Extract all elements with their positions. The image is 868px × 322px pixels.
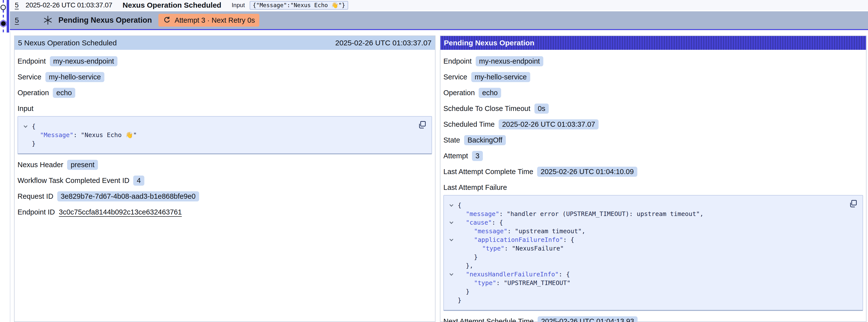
json-text: }: [458, 297, 461, 304]
json-line: "message": "upstream timeout",: [449, 227, 858, 235]
collapse-chevron-icon[interactable]: [450, 237, 454, 242]
field-label: Workflow Task Completed Event ID: [18, 176, 129, 185]
field-value-badge: 0s: [534, 103, 549, 114]
event-row-scheduled[interactable]: 5 2025-02-26 UTC 01:03:37.07 Nexus Opera…: [10, 0, 868, 10]
collapse-chevron-icon[interactable]: [24, 124, 28, 128]
copy-button[interactable]: [418, 120, 427, 130]
json-line: "nexusHandlerFailureInfo": {: [449, 270, 858, 279]
json-line: }: [449, 253, 858, 261]
json-text: :: [504, 245, 512, 252]
event-row-pending[interactable]: 5 Pending Nexus Operation Attempt 3 · Ne…: [10, 11, 868, 30]
json-text: "handler error (UPSTREAM_TIMEOUT): upstr…: [507, 210, 700, 218]
field-value-badge: my-nexus-endpoint: [476, 56, 544, 66]
event-title: Nexus Operation Scheduled: [123, 1, 221, 9]
detail-field: StateBackingOff: [443, 135, 863, 146]
json-line: "cause": {: [449, 218, 858, 227]
json-key: "nexusHandlerFailureInfo": [466, 271, 559, 278]
input-section-label: Input: [18, 104, 432, 113]
json-line: }: [449, 296, 858, 304]
scheduled-panel-header: 5 Nexus Operation Scheduled 2025-02-26 U…: [14, 36, 435, 50]
scheduled-fields-top: Endpointmy-nexus-endpointServicemy-hello…: [18, 56, 432, 98]
detail-field: Next Attempt Schedule Time2025-02-26 UTC…: [443, 316, 863, 322]
field-label: Endpoint: [443, 57, 472, 65]
json-key: "cause": [466, 219, 492, 226]
collapse-chevron-icon[interactable]: [450, 203, 454, 207]
detail-field: Schedule To Close Timeout0s: [443, 103, 863, 114]
attempt-retry-text: Attempt 3 · Next Retry 0s: [175, 16, 255, 24]
json-line: {: [23, 122, 427, 131]
field-value-badge: 4: [133, 175, 144, 186]
detail-field: Request ID3e829b7e-7d67-4b08-aad3-b1e868…: [18, 191, 432, 202]
selected-group-accent-bar: [7, 0, 9, 33]
json-text: "NexusFailure": [512, 245, 564, 252]
field-label: Operation: [443, 89, 475, 97]
history-table-left-border: [10, 31, 10, 322]
json-key: "message": [466, 210, 499, 218]
json-text: "Nexus Echo 👋": [81, 131, 137, 138]
field-label: Last Attempt Complete Time: [443, 168, 533, 176]
json-text: ,: [700, 210, 704, 218]
json-text: ,: [582, 228, 586, 235]
detail-field: Endpointmy-nexus-endpoint: [443, 56, 863, 67]
detail-field: Endpointmy-nexus-endpoint: [18, 56, 432, 67]
failure-json-block: {"message": "handler error (UPSTREAM_TIM…: [443, 195, 863, 311]
json-key: "applicationFailureInfo": [474, 236, 563, 243]
field-value-badge: my-nexus-endpoint: [50, 56, 118, 66]
detail-field: Nexus Headerpresent: [18, 159, 432, 170]
timeline-node-current-icon: [1, 21, 6, 26]
event-id-link[interactable]: 5: [15, 1, 19, 9]
json-text: : {: [559, 271, 570, 278]
copy-button[interactable]: [849, 199, 858, 209]
detail-field: Endpoint ID3c0c75ccfa8144b092c13ce632463…: [18, 206, 432, 218]
json-text: "upstream timeout": [515, 228, 582, 235]
json-key: "Message": [40, 131, 73, 138]
json-text: }: [466, 288, 469, 295]
json-line: }: [23, 139, 427, 148]
pending-panel-title: Pending Nexus Operation: [444, 39, 534, 47]
field-value-badge: echo: [53, 88, 75, 98]
json-text: :: [73, 131, 81, 138]
field-label: Attempt: [443, 152, 468, 160]
json-text: },: [466, 262, 473, 269]
field-value-badge: 2025-02-26 UTC 01:04:13.93: [538, 316, 638, 322]
json-line: },: [449, 261, 858, 270]
scheduled-event-panel: 5 Nexus Operation Scheduled 2025-02-26 U…: [14, 35, 435, 322]
json-line: "type": "UPSTREAM_TIMEOUT": [449, 279, 858, 287]
detail-field: Servicemy-hello-service: [443, 71, 863, 82]
json-line: "type": "NexusFailure": [449, 244, 858, 253]
event-input-label: Input: [232, 2, 245, 9]
pending-operation-panel: Pending Nexus Operation Endpointmy-nexus…: [440, 35, 867, 322]
json-text: {: [458, 202, 461, 209]
collapse-chevron-icon[interactable]: [450, 220, 454, 224]
field-value-badge: BackingOff: [464, 135, 506, 145]
field-label: Service: [443, 73, 467, 81]
json-key: "type": [482, 245, 504, 252]
field-value-badge: 3e829b7e-7d67-4b08-aad3-b1e868bfe9e0: [57, 191, 199, 201]
json-text: }: [474, 254, 478, 261]
scheduled-panel-time: 2025-02-26 UTC 01:03:37.07: [335, 39, 432, 47]
detail-field: Last Attempt Complete Time2025-02-26 UTC…: [443, 166, 863, 177]
json-text: :: [499, 210, 506, 218]
json-text: :: [496, 279, 503, 287]
field-label: Operation: [18, 89, 49, 97]
json-line: "message": "handler error (UPSTREAM_TIME…: [449, 210, 858, 218]
json-text: }: [32, 140, 35, 147]
collapse-chevron-icon[interactable]: [450, 272, 454, 276]
field-label: Nexus Header: [18, 161, 63, 169]
event-input-chip: {"Message":"Nexus Echo 👋"}: [250, 1, 348, 10]
field-value-badge: my-hello-service: [45, 72, 104, 82]
json-text: "UPSTREAM_TIMEOUT": [503, 279, 570, 287]
field-label: State: [443, 136, 460, 144]
event-time: 2025-02-26 UTC 01:03:37.07: [26, 1, 112, 9]
timeline-node-open-icon: [0, 5, 6, 10]
json-text: :: [507, 228, 515, 235]
field-value-link[interactable]: 3c0c75ccfa8144b092c13ce632463761: [59, 208, 182, 216]
event-id-link[interactable]: 5: [15, 16, 19, 24]
retry-icon: [163, 16, 171, 24]
field-value-badge: 3: [472, 151, 483, 161]
field-label: Next Attempt Schedule Time: [443, 317, 534, 322]
json-line: {: [449, 201, 858, 210]
event-title: Pending Nexus Operation: [59, 16, 152, 25]
pending-panel-header: Pending Nexus Operation: [440, 36, 866, 50]
copy-icon: [418, 120, 427, 129]
